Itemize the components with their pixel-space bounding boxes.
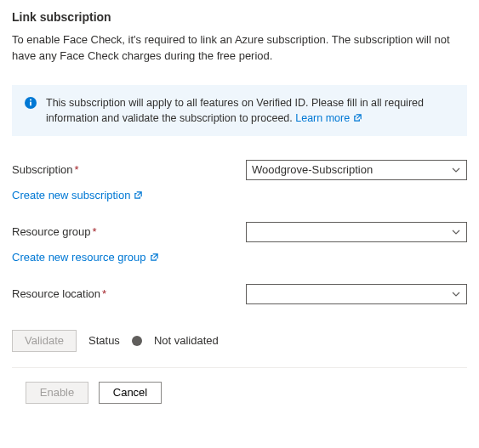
info-text: This subscription will apply to all feat… [46,95,455,126]
subscription-select[interactable]: Woodgrove-Subscription [246,160,467,180]
subscription-label: Subscription* [12,163,246,176]
external-link-icon [150,252,159,262]
resource-group-label: Resource group* [12,225,246,238]
chevron-down-icon [451,289,461,299]
resource-location-label: Resource location* [12,287,246,300]
svg-rect-1 [30,101,31,105]
status-label: Status [88,334,120,347]
status-text: Not validated [154,334,219,347]
validate-button[interactable]: Validate [12,330,77,352]
cancel-button[interactable]: Cancel [99,382,162,404]
chevron-down-icon [451,165,461,175]
external-link-icon [134,190,143,200]
enable-button[interactable]: Enable [26,382,88,404]
info-banner: This subscription will apply to all feat… [12,85,467,136]
resource-group-select[interactable] [246,222,467,242]
create-subscription-link[interactable]: Create new subscription [12,189,143,201]
create-resource-group-link[interactable]: Create new resource group [12,251,159,264]
page-title: Link subscription [12,10,467,24]
info-icon [24,96,37,110]
divider [12,367,467,368]
external-link-icon [353,113,362,122]
learn-more-link[interactable]: Learn more [295,111,362,126]
resource-location-select[interactable] [246,284,467,304]
chevron-down-icon [451,227,461,237]
svg-point-2 [30,99,31,100]
page-description: To enable Face Check, it's required to l… [12,32,467,65]
status-indicator-icon [132,336,142,346]
